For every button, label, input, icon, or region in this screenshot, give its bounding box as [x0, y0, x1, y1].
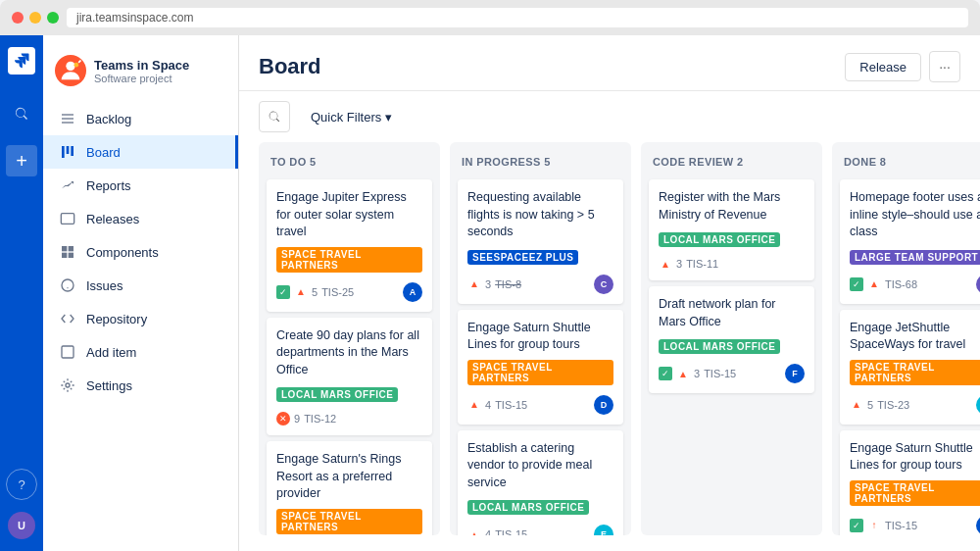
card-count: 3 [694, 368, 700, 379]
board-body: TO DO 5 Engage Jupiter Express for outer… [239, 142, 980, 551]
column-todo: TO DO 5 Engage Jupiter Express for outer… [259, 142, 440, 535]
issues-icon [59, 276, 76, 294]
card-meta: ✓ ▲ 3 TIS-15 [659, 367, 736, 380]
maximize-button[interactable] [47, 12, 59, 24]
column-header-inprogress: IN PROGRESS 5 [450, 142, 631, 175]
priority-up-icon: ↑ [867, 519, 881, 532]
column-header-todo: TO DO 5 [259, 142, 440, 175]
jira-logo[interactable] [8, 47, 35, 75]
nav-item-add-item[interactable]: Add item [43, 335, 238, 369]
priority-high-icon: ▲ [867, 277, 881, 291]
card-id: TIS-15 [704, 368, 736, 379]
card-meta: ▲ 4 TIS-15 [467, 527, 527, 535]
card-id: TIS-15 [495, 528, 527, 535]
assignee-avatar: F [785, 364, 805, 383]
card-title: Register with the Mars Ministry of Reven… [659, 189, 805, 224]
card-tis-15-cr[interactable]: Draft network plan for Mars Office LOCAL… [649, 286, 814, 393]
project-name: Teams in Space [94, 58, 189, 73]
card-tis-8[interactable]: Requesting available flights is now taki… [458, 179, 623, 304]
address-bar[interactable]: jira.teamsinspace.com [67, 8, 968, 27]
card-count: 3 [676, 258, 682, 270]
card-label: SPACE TRAVEL PARTNERS [467, 360, 613, 385]
board-header: Board Release ··· [239, 35, 980, 91]
card-id: TIS-68 [885, 278, 917, 290]
card-meta: ✓ ▲ TIS-68 [850, 277, 917, 291]
column-inprogress: IN PROGRESS 5 Requesting available fligh… [450, 142, 631, 535]
nav-item-repository[interactable]: Repository [43, 302, 238, 335]
card-tis-25[interactable]: Engage Jupiter Express for outer solar s… [267, 179, 432, 312]
card-footer: ✓ ▲ 3 TIS-15 F [659, 364, 805, 383]
nav-item-releases[interactable]: Releases [43, 202, 238, 235]
card-id: TIS-23 [877, 399, 909, 411]
column-body-codereview: Register with the Mars Ministry of Reven… [641, 175, 822, 535]
priority-high-icon: ▲ [659, 257, 672, 271]
card-tis-68[interactable]: Homepage footer uses an inline style–sho… [840, 179, 980, 304]
user-avatar[interactable]: U [8, 512, 35, 539]
quick-filters-button[interactable]: Quick Filters ▾ [298, 103, 405, 131]
nav-item-reports[interactable]: Reports [43, 169, 238, 202]
search-box[interactable] [259, 101, 290, 132]
svg-rect-11 [62, 253, 67, 258]
column-title-codereview: CODE REVIEW 2 [653, 156, 744, 168]
card-id: TIS-25 [321, 286, 354, 298]
card-tis-15-done[interactable]: Engage Saturn Shuttle Lines for group to… [840, 430, 980, 536]
card-meta: ✕ 9 TIS-12 [276, 412, 336, 426]
reports-icon [59, 176, 76, 194]
card-footer: ✓ ▲ 5 TIS-25 A [276, 282, 422, 302]
svg-rect-12 [69, 253, 74, 258]
close-button[interactable] [12, 12, 24, 24]
more-options-button[interactable]: ··· [929, 51, 960, 82]
svg-point-1 [74, 63, 79, 68]
card-meta: ▲ 4 TIS-15 [467, 398, 527, 412]
nav-item-settings[interactable]: Settings [43, 369, 238, 402]
svg-rect-9 [62, 246, 67, 251]
card-tis-15-catering[interactable]: Establish a catering vendor to provide m… [458, 430, 623, 536]
svg-rect-2 [62, 114, 74, 115]
card-count: 3 [485, 278, 491, 290]
svg-rect-4 [62, 122, 74, 123]
svg-rect-3 [62, 118, 74, 119]
priority-high-icon: ▲ [850, 398, 863, 412]
minimize-button[interactable] [29, 12, 41, 24]
card-tis-11[interactable]: Register with the Mars Ministry of Reven… [649, 179, 814, 280]
card-tis-17[interactable]: Engage Saturn's Rings Resort as a prefer… [267, 441, 432, 535]
svg-rect-17 [62, 346, 74, 358]
card-label: LOCAL MARS OFFICE [467, 500, 589, 515]
nav-item-backlog[interactable]: Backlog [43, 102, 238, 135]
svg-rect-6 [67, 146, 70, 154]
project-type: Software project [94, 73, 189, 84]
card-label: SPACE TRAVEL PARTNERS [850, 360, 980, 385]
nav-label-components: Components [86, 245, 159, 260]
search-icon-btn[interactable] [6, 98, 37, 129]
check-icon: ✓ [659, 367, 672, 380]
card-title: Engage JetShuttle SpaceWays for travel [850, 320, 980, 354]
add-icon-btn[interactable]: + [6, 145, 37, 176]
card-title: Engage Saturn Shuttle Lines for group to… [467, 320, 613, 354]
svg-point-15 [67, 287, 68, 288]
nav-item-issues[interactable]: Issues [43, 269, 238, 302]
assignee-avatar: H [976, 395, 980, 415]
nav-item-board[interactable]: Board [43, 135, 238, 169]
card-id: TIS-15 [885, 520, 917, 531]
card-title: Engage Jupiter Express for outer solar s… [276, 189, 422, 241]
card-tis-12[interactable]: Create 90 day plans for all departments … [267, 318, 432, 436]
nav-label-releases: Releases [86, 212, 139, 226]
check-icon: ✓ [276, 285, 290, 299]
card-footer: ▲ 4 TIS-15 D [467, 395, 613, 415]
release-button[interactable]: Release [845, 53, 921, 81]
svg-line-16 [67, 315, 68, 323]
card-meta: ▲ 3 TIS-11 [659, 257, 718, 271]
nav-sidebar: Teams in Space Software project Backlog … [43, 35, 239, 551]
svg-rect-5 [62, 146, 65, 158]
column-codereview: CODE REVIEW 2 Register with the Mars Min… [641, 142, 822, 535]
icon-sidebar: + ? U [0, 35, 43, 551]
card-tis-15-ip[interactable]: Engage Saturn Shuttle Lines for group to… [458, 310, 623, 425]
card-title: Create 90 day plans for all departments … [276, 327, 422, 379]
assignee-avatar: D [594, 395, 613, 415]
help-icon-btn[interactable]: ? [6, 469, 37, 500]
card-tis-23[interactable]: Engage JetShuttle SpaceWays for travel S… [840, 310, 980, 425]
card-count: 4 [485, 528, 491, 535]
nav-label-add-item: Add item [86, 345, 136, 360]
card-label: SEESPACEEZ PLUS [467, 250, 578, 265]
nav-item-components[interactable]: Components [43, 235, 238, 269]
